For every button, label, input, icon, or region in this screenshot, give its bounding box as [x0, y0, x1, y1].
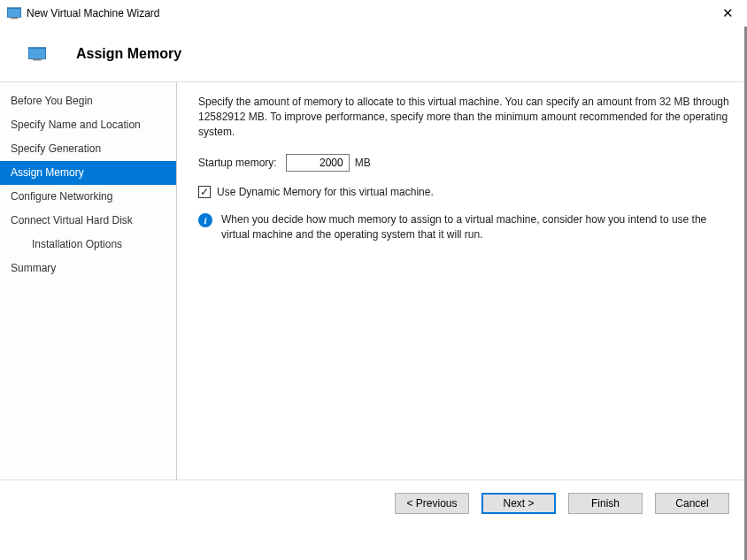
content-area: Before You BeginSpecify Name and Locatio… — [0, 81, 747, 479]
sidebar-item-connect-virtual-hard-disk[interactable]: Connect Virtual Hard Disk — [0, 209, 176, 233]
close-button[interactable]: ✕ — [715, 0, 740, 27]
page-title: Assign Memory — [76, 46, 181, 62]
sidebar-item-assign-memory[interactable]: Assign Memory — [0, 161, 176, 185]
titlebar: New Virtual Machine Wizard ✕ — [0, 0, 747, 27]
startup-memory-row: Startup memory: MB — [198, 154, 729, 172]
info-row: i When you decide how much memory to ass… — [198, 212, 729, 242]
info-text: When you decide how much memory to assig… — [221, 212, 729, 242]
sidebar-item-configure-networking[interactable]: Configure Networking — [0, 185, 176, 209]
sidebar-item-summary[interactable]: Summary — [0, 257, 176, 280]
footer: < Previous Next > Finish Cancel — [0, 479, 747, 526]
svg-rect-4 — [29, 49, 45, 58]
sidebar-item-specify-name-and-location[interactable]: Specify Name and Location — [0, 113, 176, 137]
sidebar-item-before-you-begin[interactable]: Before You Begin — [0, 89, 176, 113]
previous-button[interactable]: < Previous — [395, 493, 469, 514]
wizard-sidebar: Before You BeginSpecify Name and Locatio… — [0, 82, 177, 479]
sidebar-item-installation-options[interactable]: Installation Options — [0, 233, 176, 257]
startup-memory-label: Startup memory: — [198, 157, 277, 169]
description-text: Specify the amount of memory to allocate… — [198, 95, 729, 140]
svg-rect-1 — [8, 9, 20, 17]
dynamic-memory-checkbox[interactable]: ✓ — [198, 186, 211, 198]
main-panel: Specify the amount of memory to allocate… — [177, 82, 747, 479]
startup-memory-unit: MB — [355, 157, 371, 169]
window-title: New Virtual Machine Wizard — [27, 7, 715, 19]
svg-rect-2 — [11, 18, 18, 19]
finish-button[interactable]: Finish — [568, 493, 643, 514]
cancel-button[interactable]: Cancel — [655, 493, 729, 514]
dynamic-memory-row: ✓ Use Dynamic Memory for this virtual ma… — [198, 186, 729, 198]
startup-memory-input[interactable] — [286, 154, 350, 172]
vm-wizard-icon — [7, 7, 21, 19]
dynamic-memory-label: Use Dynamic Memory for this virtual mach… — [217, 186, 434, 198]
vm-header-icon — [28, 47, 46, 61]
info-icon: i — [198, 213, 212, 227]
next-button[interactable]: Next > — [481, 493, 556, 514]
svg-rect-5 — [33, 59, 42, 61]
sidebar-item-specify-generation[interactable]: Specify Generation — [0, 137, 176, 161]
header-section: Assign Memory — [0, 27, 747, 81]
